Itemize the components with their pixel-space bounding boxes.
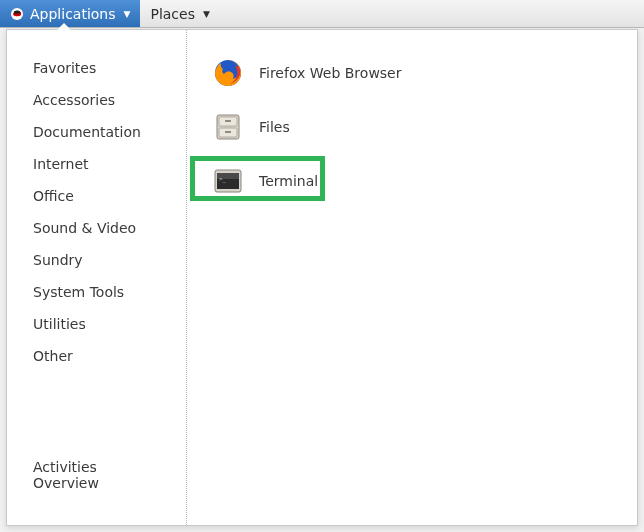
svg-point-1 [14, 10, 20, 13]
redhat-icon [10, 7, 24, 21]
category-system-tools[interactable]: System Tools [7, 276, 186, 308]
app-label: Files [259, 119, 290, 135]
category-office[interactable]: Office [7, 180, 186, 212]
svg-text:>_: >_ [219, 175, 227, 183]
svg-rect-6 [225, 120, 231, 122]
category-other[interactable]: Other [7, 340, 186, 372]
places-menu-label: Places [150, 6, 195, 22]
applications-menu-label: Applications [30, 6, 116, 22]
app-item-firefox[interactable]: Firefox Web Browser [203, 52, 621, 94]
applications-dropdown: Favorites Accessories Documentation Inte… [6, 29, 638, 526]
category-internet[interactable]: Internet [7, 148, 186, 180]
file-cabinet-icon [213, 112, 243, 142]
category-sundry[interactable]: Sundry [7, 244, 186, 276]
app-item-terminal[interactable]: >_ Terminal [203, 160, 621, 202]
categories-list: Favorites Accessories Documentation Inte… [7, 52, 186, 445]
top-panel: Applications ▼ Places ▼ [0, 0, 644, 28]
app-label: Terminal [259, 173, 318, 189]
terminal-icon: >_ [213, 166, 243, 196]
firefox-icon [213, 58, 243, 88]
category-favorites[interactable]: Favorites [7, 52, 186, 84]
places-menu-button[interactable]: Places ▼ [140, 0, 219, 27]
activities-overview-button[interactable]: Activities Overview [7, 445, 186, 509]
category-sound-video[interactable]: Sound & Video [7, 212, 186, 244]
category-accessories[interactable]: Accessories [7, 84, 186, 116]
category-documentation[interactable]: Documentation [7, 116, 186, 148]
categories-sidebar: Favorites Accessories Documentation Inte… [7, 30, 187, 525]
app-item-files[interactable]: Files [203, 106, 621, 148]
chevron-down-icon: ▼ [124, 9, 131, 19]
category-utilities[interactable]: Utilities [7, 308, 186, 340]
svg-rect-7 [225, 131, 231, 133]
apps-panel: Firefox Web Browser Files [187, 30, 637, 525]
chevron-down-icon: ▼ [203, 9, 210, 19]
app-label: Firefox Web Browser [259, 65, 402, 81]
